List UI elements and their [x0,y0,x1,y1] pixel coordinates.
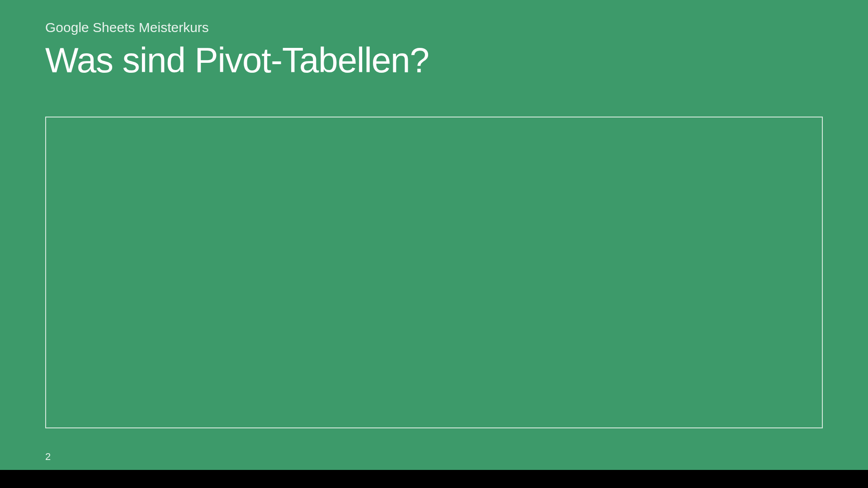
slide: Google Sheets Meisterkurs Was sind Pivot… [0,0,868,470]
slide-subtitle: Google Sheets Meisterkurs [45,20,209,35]
content-placeholder [45,117,823,428]
slide-title: Was sind Pivot-Tabellen? [45,40,429,81]
page-number: 2 [45,451,51,463]
